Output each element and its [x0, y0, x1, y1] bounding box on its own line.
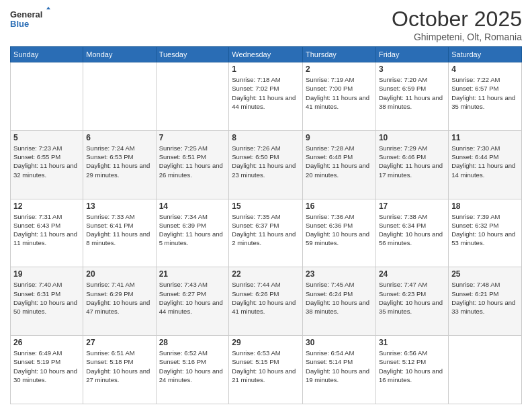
logo: General Blue	[10, 7, 50, 34]
day-info: Sunrise: 7:31 AMSunset: 6:43 PMDaylight:…	[13, 212, 80, 248]
calendar-cell: 1Sunrise: 7:18 AMSunset: 7:02 PMDaylight…	[229, 62, 303, 131]
svg-text:General: General	[10, 9, 42, 19]
day-info: Sunrise: 6:49 AMSunset: 5:19 PMDaylight:…	[13, 349, 80, 384]
calendar-cell: 10Sunrise: 7:29 AMSunset: 6:46 PMDayligh…	[375, 130, 448, 199]
calendar-cell: 21Sunrise: 7:43 AMSunset: 6:27 PMDayligh…	[156, 267, 229, 336]
day-number: 22	[232, 269, 300, 279]
calendar-cell	[11, 62, 83, 131]
calendar-week-row: 5Sunrise: 7:23 AMSunset: 6:55 PMDaylight…	[11, 130, 522, 199]
calendar-cell: 13Sunrise: 7:33 AMSunset: 6:41 PMDayligh…	[83, 199, 156, 267]
calendar-cell: 16Sunrise: 7:36 AMSunset: 6:36 PMDayligh…	[303, 199, 376, 267]
calendar-day-header: Monday	[83, 47, 156, 62]
day-number: 27	[86, 338, 152, 347]
day-number: 19	[13, 269, 80, 279]
day-info: Sunrise: 7:29 AMSunset: 6:46 PMDaylight:…	[379, 144, 445, 179]
calendar-cell: 5Sunrise: 7:23 AMSunset: 6:55 PMDaylight…	[11, 130, 83, 199]
day-number: 13	[86, 201, 152, 211]
day-number: 11	[451, 133, 519, 142]
calendar-day-header: Wednesday	[229, 47, 303, 62]
day-info: Sunrise: 7:23 AMSunset: 6:55 PMDaylight:…	[13, 144, 80, 179]
day-info: Sunrise: 7:40 AMSunset: 6:31 PMDaylight:…	[13, 280, 80, 316]
day-info: Sunrise: 7:18 AMSunset: 7:02 PMDaylight:…	[232, 75, 300, 111]
calendar-day-header: Sunday	[11, 47, 83, 62]
calendar-cell: 24Sunrise: 7:47 AMSunset: 6:23 PMDayligh…	[375, 267, 448, 336]
day-number: 5	[13, 133, 80, 142]
calendar-cell: 6Sunrise: 7:24 AMSunset: 6:53 PMDaylight…	[83, 130, 156, 199]
calendar-day-header: Saturday	[449, 47, 522, 62]
day-number: 14	[159, 201, 226, 211]
calendar-week-row: 26Sunrise: 6:49 AMSunset: 5:19 PMDayligh…	[11, 336, 522, 404]
svg-marker-2	[46, 7, 50, 9]
calendar-day-header: Friday	[375, 47, 448, 62]
day-number: 6	[86, 133, 152, 142]
calendar-day-header: Thursday	[303, 47, 376, 62]
day-number: 10	[379, 133, 445, 142]
day-info: Sunrise: 7:44 AMSunset: 6:26 PMDaylight:…	[232, 280, 300, 316]
day-number: 2	[306, 64, 373, 74]
day-info: Sunrise: 7:41 AMSunset: 6:29 PMDaylight:…	[86, 280, 152, 316]
calendar-header-row: SundayMondayTuesdayWednesdayThursdayFrid…	[11, 47, 522, 62]
calendar-day-header: Tuesday	[156, 47, 229, 62]
calendar-cell: 25Sunrise: 7:48 AMSunset: 6:21 PMDayligh…	[449, 267, 522, 336]
day-number: 26	[13, 338, 80, 347]
day-number: 12	[13, 201, 80, 211]
calendar-cell	[83, 62, 156, 131]
calendar-cell: 22Sunrise: 7:44 AMSunset: 6:26 PMDayligh…	[229, 267, 303, 336]
day-number: 4	[451, 64, 519, 74]
calendar-cell: 7Sunrise: 7:25 AMSunset: 6:51 PMDaylight…	[156, 130, 229, 199]
calendar-cell: 3Sunrise: 7:20 AMSunset: 6:59 PMDaylight…	[375, 62, 448, 131]
day-info: Sunrise: 7:47 AMSunset: 6:23 PMDaylight:…	[379, 280, 445, 316]
calendar-cell: 26Sunrise: 6:49 AMSunset: 5:19 PMDayligh…	[11, 336, 83, 404]
day-info: Sunrise: 7:43 AMSunset: 6:27 PMDaylight:…	[159, 280, 226, 316]
svg-text:Blue: Blue	[10, 19, 29, 29]
calendar-cell: 8Sunrise: 7:26 AMSunset: 6:50 PMDaylight…	[229, 130, 303, 199]
day-number: 9	[306, 133, 373, 142]
day-info: Sunrise: 6:51 AMSunset: 5:18 PMDaylight:…	[86, 349, 152, 384]
calendar-cell: 27Sunrise: 6:51 AMSunset: 5:18 PMDayligh…	[83, 336, 156, 404]
calendar-table: SundayMondayTuesdayWednesdayThursdayFrid…	[10, 46, 522, 404]
day-info: Sunrise: 7:34 AMSunset: 6:39 PMDaylight:…	[159, 212, 226, 248]
day-info: Sunrise: 6:54 AMSunset: 5:14 PMDaylight:…	[306, 349, 373, 384]
calendar-cell: 31Sunrise: 6:56 AMSunset: 5:12 PMDayligh…	[375, 336, 448, 404]
day-number: 28	[159, 338, 226, 347]
page: General Blue October 2025 Ghimpeteni, Ol…	[0, 0, 532, 411]
day-number: 21	[159, 269, 226, 279]
title-section: October 2025 Ghimpeteni, Olt, Romania	[392, 7, 522, 42]
calendar-week-row: 1Sunrise: 7:18 AMSunset: 7:02 PMDaylight…	[11, 62, 522, 131]
day-info: Sunrise: 6:56 AMSunset: 5:12 PMDaylight:…	[379, 349, 445, 384]
calendar-cell: 15Sunrise: 7:35 AMSunset: 6:37 PMDayligh…	[229, 199, 303, 267]
month-title: October 2025	[392, 7, 522, 32]
day-number: 15	[232, 201, 300, 211]
day-number: 16	[306, 201, 373, 211]
header: General Blue October 2025 Ghimpeteni, Ol…	[10, 7, 522, 42]
calendar-cell: 30Sunrise: 6:54 AMSunset: 5:14 PMDayligh…	[303, 336, 376, 404]
day-info: Sunrise: 6:52 AMSunset: 5:16 PMDaylight:…	[159, 349, 226, 384]
day-info: Sunrise: 7:25 AMSunset: 6:51 PMDaylight:…	[159, 144, 226, 179]
day-info: Sunrise: 7:33 AMSunset: 6:41 PMDaylight:…	[86, 212, 152, 248]
day-number: 1	[232, 64, 300, 74]
day-number: 24	[379, 269, 445, 279]
calendar-cell: 18Sunrise: 7:39 AMSunset: 6:32 PMDayligh…	[449, 199, 522, 267]
day-info: Sunrise: 7:28 AMSunset: 6:48 PMDaylight:…	[306, 144, 373, 179]
calendar-week-row: 12Sunrise: 7:31 AMSunset: 6:43 PMDayligh…	[11, 199, 522, 267]
calendar-cell: 4Sunrise: 7:22 AMSunset: 6:57 PMDaylight…	[449, 62, 522, 131]
day-info: Sunrise: 7:19 AMSunset: 7:00 PMDaylight:…	[306, 75, 373, 111]
calendar-cell	[156, 62, 229, 131]
day-number: 25	[451, 269, 519, 279]
location: Ghimpeteni, Olt, Romania	[392, 32, 522, 42]
calendar-cell: 29Sunrise: 6:53 AMSunset: 5:15 PMDayligh…	[229, 336, 303, 404]
calendar-cell: 12Sunrise: 7:31 AMSunset: 6:43 PMDayligh…	[11, 199, 83, 267]
day-info: Sunrise: 7:38 AMSunset: 6:34 PMDaylight:…	[379, 212, 445, 248]
day-number: 7	[159, 133, 226, 142]
day-info: Sunrise: 7:45 AMSunset: 6:24 PMDaylight:…	[306, 280, 373, 316]
calendar-cell: 9Sunrise: 7:28 AMSunset: 6:48 PMDaylight…	[303, 130, 376, 199]
calendar-cell: 11Sunrise: 7:30 AMSunset: 6:44 PMDayligh…	[449, 130, 522, 199]
calendar-cell: 17Sunrise: 7:38 AMSunset: 6:34 PMDayligh…	[375, 199, 448, 267]
day-number: 20	[86, 269, 152, 279]
day-number: 3	[379, 64, 445, 74]
day-number: 8	[232, 133, 300, 142]
day-info: Sunrise: 7:48 AMSunset: 6:21 PMDaylight:…	[451, 280, 519, 316]
day-info: Sunrise: 7:22 AMSunset: 6:57 PMDaylight:…	[451, 75, 519, 111]
day-info: Sunrise: 7:36 AMSunset: 6:36 PMDaylight:…	[306, 212, 373, 248]
day-number: 29	[232, 338, 300, 347]
